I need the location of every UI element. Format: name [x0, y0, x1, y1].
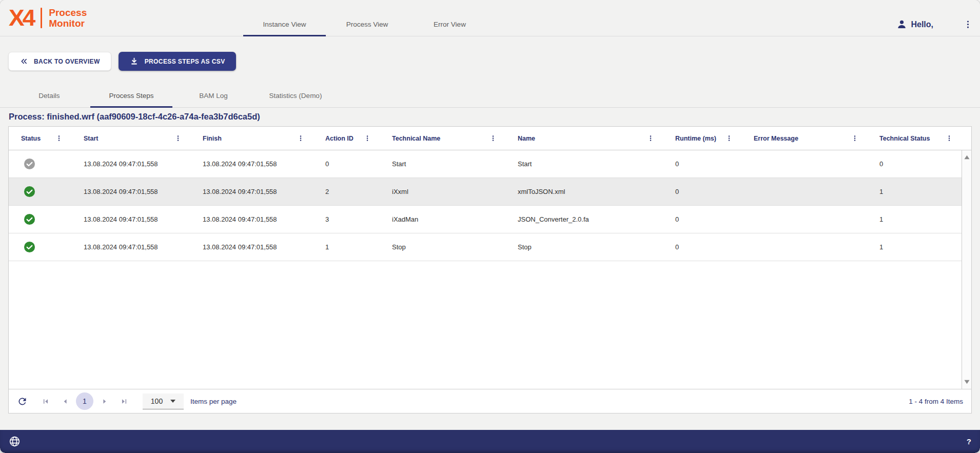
cell-finish: 13.08.2024 09:47:01,558: [190, 233, 313, 261]
grid-body: 13.08.2024 09:47:01,558 13.08.2024 09:47…: [9, 150, 971, 389]
status-check-icon: [24, 213, 35, 225]
csv-button-label: PROCESS STEPS AS CSV: [145, 58, 225, 65]
user-menu[interactable]: Hello,: [896, 19, 933, 30]
process-steps-as-csv-button[interactable]: PROCESS STEPS AS CSV: [119, 52, 236, 71]
detail-tab[interactable]: BAM Log: [172, 84, 254, 107]
column-label: Finish: [203, 135, 222, 142]
column-label: Status: [21, 135, 41, 142]
back-button-label: BACK TO OVERVIEW: [34, 58, 100, 65]
cell-technical-status: 1: [867, 233, 962, 261]
cell-start: 13.08.2024 09:47:01,558: [71, 150, 190, 178]
product-name-line1: Process: [49, 7, 87, 18]
cell-technical-name: iXadMan: [380, 206, 505, 233]
column-menu-kebab-icon[interactable]: [946, 134, 953, 142]
column-label: Runtime (ms): [675, 135, 716, 142]
items-range-label: 1 - 4 from 4 Items: [909, 398, 963, 405]
header-kebab-menu-icon[interactable]: [963, 19, 973, 29]
main-nav-tab-label: Error View: [434, 21, 466, 28]
brand-divider: [41, 8, 42, 28]
main-nav-tab-label: Process View: [346, 21, 388, 28]
process-steps-grid: Status Start Finish: [8, 126, 972, 413]
cell-technical-name: iXxml: [380, 178, 505, 205]
column-label: Name: [518, 135, 535, 142]
main-nav-tab[interactable]: Instance View: [243, 0, 326, 36]
column-menu-kebab-icon[interactable]: [851, 134, 858, 142]
cell-status: [9, 233, 71, 261]
items-per-page-value: 100: [151, 397, 163, 405]
column-menu-kebab-icon[interactable]: [364, 134, 371, 142]
main-nav-tab[interactable]: Error View: [408, 0, 491, 36]
main-nav-tab-label: Instance View: [263, 21, 306, 28]
cell-technical-name: Start: [380, 150, 505, 178]
main-nav: Instance View Process View Error View: [243, 0, 491, 36]
grid-rows: 13.08.2024 09:47:01,558 13.08.2024 09:47…: [9, 150, 962, 261]
column-label: Action ID: [325, 135, 354, 142]
scroll-up-icon[interactable]: [964, 155, 970, 160]
cell-finish: 13.08.2024 09:47:01,558: [190, 178, 313, 205]
vertical-scrollbar[interactable]: [962, 150, 971, 389]
table-row[interactable]: 13.08.2024 09:47:01,558 13.08.2024 09:47…: [9, 150, 962, 178]
column-menu-kebab-icon[interactable]: [726, 134, 733, 142]
toolbar: BACK TO OVERVIEW PROCESS STEPS AS CSV: [0, 36, 980, 71]
cell-technical-status: 0: [867, 150, 962, 178]
cell-technical-status: 1: [867, 206, 962, 233]
detail-tab-label: BAM Log: [199, 92, 228, 100]
cell-action-id: 3: [313, 206, 380, 233]
cell-name: Stop: [505, 233, 663, 261]
status-check-icon: [24, 241, 35, 253]
grid-header-row: Status Start Finish: [9, 127, 971, 150]
cell-error-message: [741, 206, 867, 233]
refresh-icon[interactable]: [17, 396, 28, 407]
cell-name: JSON_Converter_2.0.fa: [505, 206, 663, 233]
column-menu-kebab-icon[interactable]: [297, 134, 304, 142]
cell-technical-name: Stop: [380, 233, 505, 261]
items-per-page-label: Items per page: [190, 398, 237, 405]
app-footer: ?: [0, 430, 980, 453]
column-menu-kebab-icon[interactable]: [174, 134, 182, 142]
grid-header-cell: Runtime (ms): [663, 127, 741, 150]
table-row[interactable]: 13.08.2024 09:47:01,558 13.08.2024 09:47…: [9, 206, 962, 233]
detail-tab[interactable]: Details: [8, 84, 90, 107]
cell-action-id: 0: [313, 150, 380, 178]
brand: X4 Process Monitor: [0, 0, 243, 36]
globe-language-icon[interactable]: [9, 436, 21, 447]
items-per-page-select[interactable]: 100: [143, 393, 184, 409]
main-nav-tab[interactable]: Process View: [326, 0, 408, 36]
column-menu-kebab-icon[interactable]: [55, 134, 63, 142]
column-label: Start: [84, 135, 98, 142]
cell-status: [9, 150, 71, 178]
user-greeting: Hello,: [911, 20, 933, 29]
scroll-down-icon[interactable]: [964, 380, 970, 384]
cell-action-id: 1: [313, 233, 380, 261]
column-menu-kebab-icon[interactable]: [489, 134, 497, 142]
detail-tab-label: Statistics (Demo): [269, 92, 322, 100]
help-button[interactable]: ?: [967, 437, 971, 446]
table-row[interactable]: 13.08.2024 09:47:01,558 13.08.2024 09:47…: [9, 233, 962, 261]
cell-technical-status: 1: [867, 178, 962, 205]
cell-start: 13.08.2024 09:47:01,558: [71, 178, 190, 205]
cell-runtime-ms: 0: [663, 233, 741, 261]
caret-down-icon: [170, 400, 175, 403]
grid-header-cell: Action ID: [313, 127, 380, 150]
detail-tab[interactable]: Statistics (Demo): [254, 84, 337, 107]
cell-name: Start: [505, 150, 663, 178]
cell-runtime-ms: 0: [663, 150, 741, 178]
product-name: Process Monitor: [49, 7, 87, 29]
product-name-line2: Monitor: [49, 18, 87, 29]
table-row[interactable]: 13.08.2024 09:47:01,558 13.08.2024 09:47…: [9, 178, 962, 206]
previous-page-icon[interactable]: [55, 397, 75, 406]
detail-tab-label: Details: [38, 92, 60, 100]
grid-header-cell: Technical Name: [380, 127, 505, 150]
first-page-icon[interactable]: [36, 397, 55, 406]
back-to-overview-button[interactable]: BACK TO OVERVIEW: [8, 52, 111, 71]
grid-header-cell: Name: [505, 127, 663, 150]
detail-tab-label: Process Steps: [109, 92, 153, 100]
detail-tab[interactable]: Process Steps: [90, 84, 172, 107]
cell-finish: 13.08.2024 09:47:01,558: [190, 206, 313, 233]
next-page-icon[interactable]: [94, 397, 114, 406]
last-page-icon[interactable]: [114, 397, 133, 406]
x4-logo: X4: [9, 7, 33, 29]
page-number-button[interactable]: 1: [76, 392, 93, 410]
column-menu-kebab-icon[interactable]: [647, 134, 654, 142]
cell-finish: 13.08.2024 09:47:01,558: [190, 150, 313, 178]
